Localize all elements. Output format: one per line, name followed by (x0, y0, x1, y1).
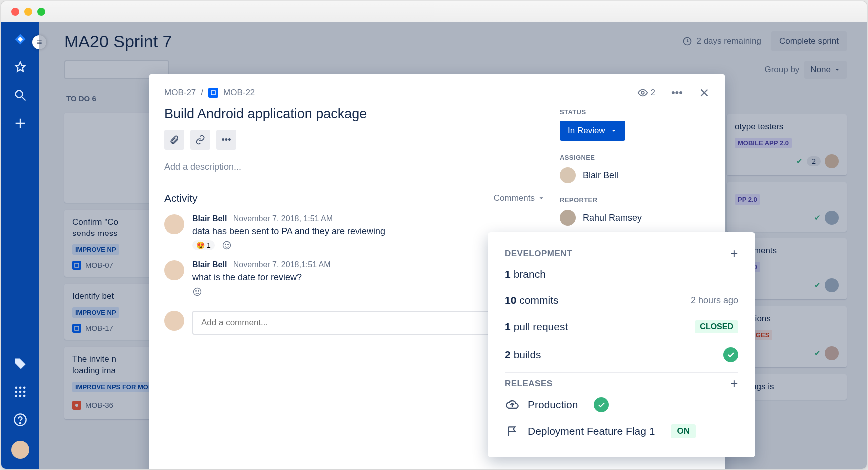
done-check-icon: ✔ (796, 157, 803, 166)
build-success-icon (723, 347, 738, 362)
link-icon (195, 135, 205, 145)
more-button[interactable]: ••• (216, 130, 236, 150)
close-modal-button[interactable] (699, 87, 710, 98)
activity-filter-dropdown[interactable]: Comments (494, 193, 545, 203)
flag-icon (505, 425, 520, 438)
issue-card[interactable]: otype testers MOBILE APP 2.0 ✔ 2 (727, 114, 847, 175)
svg-point-11 (19, 395, 22, 397)
add-dev-button[interactable]: + (730, 246, 738, 261)
remaining-text: 2 days remaining (696, 36, 761, 46)
svg-line-1 (22, 97, 26, 101)
svg-point-26 (223, 242, 230, 249)
story-icon (72, 261, 81, 270)
close-window-button[interactable] (11, 8, 19, 16)
development-panel: DEVELOPMENT + 1branch 10commits 2 hours … (488, 232, 755, 457)
epic-badge[interactable]: PP 2.0 (735, 194, 760, 205)
feature-flag-name: Deployment Feature Flag 1 (528, 425, 655, 437)
comment-time: November 7, 2018,1:51 AM (233, 260, 331, 269)
watchers-button[interactable]: 2 (637, 87, 655, 98)
svg-point-31 (198, 291, 199, 292)
create-icon[interactable] (13, 116, 27, 130)
issue-card[interactable]: PP 2.0 ✔ (727, 182, 847, 232)
eye-icon (637, 87, 648, 98)
issue-title[interactable]: Build Android application package (164, 106, 545, 122)
profile-avatar[interactable] (11, 441, 29, 459)
svg-rect-22 (211, 91, 215, 95)
feature-flag-row[interactable]: Deployment Feature Flag 1 ON (505, 418, 738, 444)
attach-button[interactable] (164, 130, 184, 150)
commits-row[interactable]: 10commits 2 hours ago (505, 287, 738, 313)
reaction-pill[interactable]: 😍1 (192, 240, 215, 250)
chevron-down-icon (834, 66, 841, 73)
svg-point-23 (641, 91, 644, 94)
reporter-avatar (560, 210, 576, 226)
description-placeholder[interactable]: Add a description... (164, 162, 545, 172)
comment-avatar[interactable] (164, 260, 184, 280)
comment-text: data has been sent to PA and they are re… (192, 226, 385, 236)
comment-author[interactable]: Blair Bell (192, 214, 227, 223)
apps-icon[interactable] (13, 385, 27, 399)
time-remaining: 2 days remaining (682, 36, 761, 46)
issue-key: MOB-36 (85, 401, 113, 409)
svg-rect-20 (75, 326, 79, 330)
jira-logo-icon[interactable] (13, 32, 27, 46)
comment-author[interactable]: Blair Bell (192, 260, 227, 269)
complete-sprint-button[interactable]: Complete sprint (771, 31, 847, 51)
star-icon[interactable] (13, 60, 27, 74)
svg-point-4 (15, 387, 18, 389)
assignee-label: ASSIGNEE (560, 154, 710, 161)
epic-badge[interactable]: MOBILE APP 2.0 (735, 138, 792, 148)
sidebar-collapse-toggle[interactable] (32, 35, 46, 49)
traffic-lights (11, 8, 45, 16)
link-button[interactable] (190, 130, 210, 150)
add-reaction-button[interactable] (222, 240, 232, 250)
branch-row[interactable]: 1branch (505, 261, 738, 287)
dev-heading: DEVELOPMENT (505, 249, 572, 259)
deploy-success-icon (594, 397, 609, 412)
svg-point-0 (16, 91, 23, 98)
svg-rect-19 (75, 263, 79, 267)
comment-text: what is the date for review? (192, 272, 331, 283)
help-icon[interactable] (13, 413, 27, 427)
svg-point-28 (227, 244, 228, 245)
builds-row[interactable]: 2builds (505, 340, 738, 369)
subtask-count: 2 (807, 156, 821, 166)
minimize-window-button[interactable] (24, 8, 32, 16)
breadcrumb-child[interactable]: MOB-22 (223, 88, 255, 98)
tag-icon[interactable] (13, 357, 27, 371)
breadcrumb-parent[interactable]: MOB-27 (164, 88, 196, 98)
global-nav (1, 22, 39, 469)
group-by-select[interactable]: None (804, 61, 847, 79)
close-icon (699, 87, 710, 98)
zoom-window-button[interactable] (37, 8, 45, 16)
more-actions-button[interactable]: ••• (671, 86, 683, 99)
epic-badge[interactable]: IMPROVE NP (72, 307, 119, 318)
svg-point-27 (225, 244, 226, 245)
search-icon[interactable] (13, 88, 27, 102)
epic-badge[interactable]: IMPROVE NP (72, 244, 119, 255)
assignee-name: Blair Bell (583, 170, 618, 181)
comment-avatar[interactable] (164, 214, 184, 234)
smiley-plus-icon (192, 287, 202, 297)
commits-time: 2 hours ago (691, 295, 738, 306)
add-release-button[interactable]: + (730, 376, 738, 391)
issue-key: MOB-07 (85, 261, 113, 269)
svg-point-12 (23, 395, 26, 397)
pull-request-row[interactable]: 1pull request CLOSED (505, 313, 738, 340)
status-dropdown[interactable]: In Review (560, 121, 625, 141)
add-reaction-button[interactable] (192, 287, 202, 297)
assignee-field[interactable]: Blair Bell (560, 167, 710, 183)
card-title: otype testers (735, 121, 839, 133)
smiley-plus-icon (222, 240, 232, 250)
story-icon (208, 88, 218, 98)
svg-point-9 (23, 391, 26, 393)
svg-point-6 (23, 387, 26, 389)
reporter-field[interactable]: Rahul Ramsey (560, 210, 710, 226)
titlebar (1, 1, 867, 22)
assignee-avatar (560, 167, 576, 183)
svg-point-14 (20, 423, 21, 424)
pr-status-badge: CLOSED (695, 320, 738, 333)
activity-heading: Activity (164, 192, 198, 204)
assignee-avatar[interactable] (825, 154, 839, 168)
release-row[interactable]: Production (505, 391, 738, 418)
